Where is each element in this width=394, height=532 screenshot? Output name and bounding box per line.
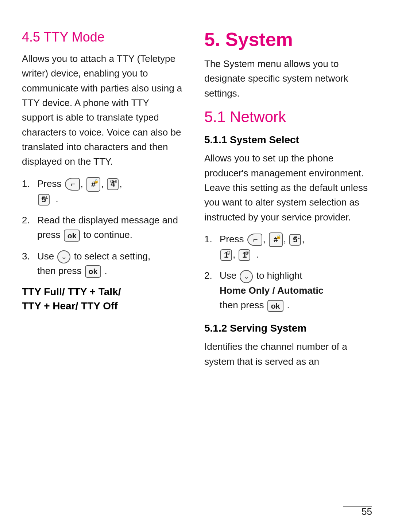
nav-circle-left: ⌄: [57, 250, 70, 263]
section-512-body: Identifies the channel number of a syste…: [204, 339, 372, 369]
step-2: 2. Read the displayed message and press …: [22, 213, 182, 242]
key-1-at-2: 1@: [239, 249, 250, 261]
right-step-1: 1. Press ⌐, #🔒, 5JKL, 1@, 1@ .: [204, 232, 372, 262]
hash-lock-key: #🔒: [86, 177, 100, 192]
section-51-title: 5.1 Network: [204, 108, 372, 126]
section-45-title: 4.5 TTY Mode: [22, 29, 182, 45]
key-5-jkl-indent: 5JKL: [38, 194, 50, 206]
key-4-ghi: 4GHI: [107, 178, 119, 190]
home-only-automatic: Home Only / Automatic: [220, 285, 324, 296]
back-key: ⌐: [65, 178, 80, 190]
right-step-2-number: 2.: [204, 268, 220, 283]
step-2-content: Read the displayed message and press ok …: [37, 213, 182, 242]
ok-key-step2: ok: [64, 230, 80, 242]
left-column: 4.5 TTY Mode Allows you to attach a TTY …: [22, 29, 197, 503]
ok-key-step3: ok: [85, 265, 101, 277]
section-512-title: 5.1.2 Serving System: [204, 322, 372, 334]
section-511-title: 5.1.1 System Select: [204, 134, 372, 146]
step-3-content: Use ⌄ to select a setting, then press ok…: [37, 249, 182, 278]
right-step-2: 2. Use ⌄ to highlight Home Only / Automa…: [204, 268, 372, 312]
page-number: 55: [362, 506, 372, 517]
step-1-number: 1.: [22, 176, 37, 191]
hash-lock-key-right: #🔒: [269, 232, 283, 247]
right-step-1-number: 1.: [204, 232, 220, 246]
tty-options: TTY Full/ TTY + Talk/ TTY + Hear/ TTY Of…: [22, 285, 182, 313]
back-key-right: ⌐: [247, 234, 262, 246]
ok-key-right-step2: ok: [267, 300, 284, 312]
key-1-at-1: 1@: [220, 249, 232, 261]
section-511-body: Allows you to set up the phone producer'…: [204, 151, 372, 224]
section-45-body: Allows you to attach a TTY (Teletype wri…: [22, 51, 182, 169]
right-step-2-content: Use ⌄ to highlight Home Only / Automatic…: [220, 268, 372, 312]
key-5-jkl-right: 5JKL: [289, 234, 301, 246]
right-column: 5. System The System menu allows you to …: [197, 29, 372, 503]
step-3: 3. Use ⌄ to select a setting, then press…: [22, 249, 182, 278]
right-step-1-content: Press ⌐, #🔒, 5JKL, 1@, 1@ .: [220, 232, 372, 262]
section-5-title: 5. System: [204, 29, 372, 50]
step-1-content: Press ⌐, #🔒, 4GHI, 5JKL .: [37, 176, 182, 206]
nav-circle-right: ⌄: [240, 270, 253, 283]
step-1: 1. Press ⌐, #🔒, 4GHI, 5JKL .: [22, 176, 182, 206]
section-5-body: The System menu allows you to designate …: [204, 56, 372, 101]
step-3-number: 3.: [22, 249, 37, 263]
step-2-number: 2.: [22, 213, 37, 227]
